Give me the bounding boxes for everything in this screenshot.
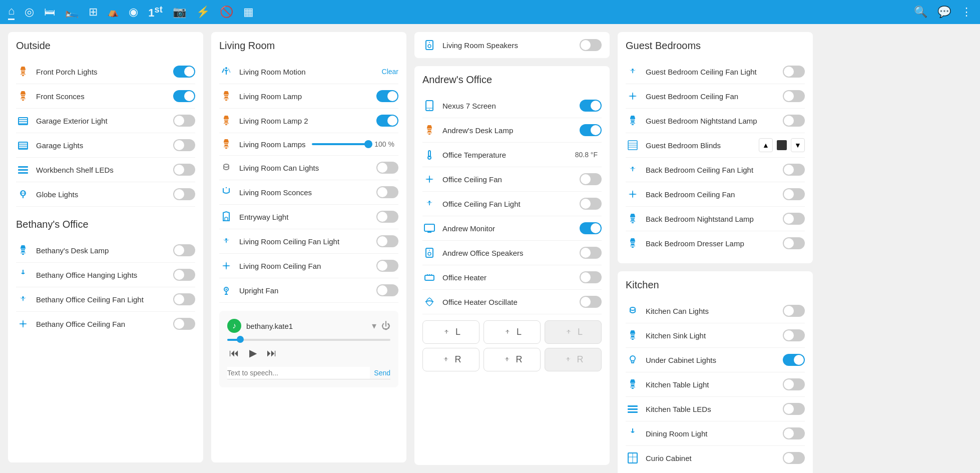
barcode-icon[interactable]: ▦ xyxy=(243,6,254,19)
spotify-chevron[interactable]: ▾ xyxy=(372,320,376,331)
toggle-lr-fan-light[interactable] xyxy=(376,235,398,247)
toggle-office-heater[interactable] xyxy=(580,271,602,283)
toggle-back-fan-light[interactable] xyxy=(783,164,805,176)
number-icon[interactable]: 1st xyxy=(148,4,163,20)
blinds-control: ▲ ▼ xyxy=(759,138,805,152)
svg-point-52 xyxy=(632,69,634,71)
toggle-heater-oscillate[interactable] xyxy=(580,296,602,308)
list-item: Living Room Motion Clear xyxy=(219,60,398,84)
list-item: Living Room Ceiling Fan xyxy=(219,254,398,278)
device-name: Globe Lights xyxy=(36,190,167,199)
toggle-bethany-ceiling-light[interactable] xyxy=(173,293,195,305)
more-icon[interactable]: ⋮ xyxy=(961,6,972,19)
toggle-lr-can[interactable] xyxy=(376,162,398,174)
fan-icon xyxy=(626,187,640,201)
prev-track-button[interactable]: ⏮ xyxy=(229,347,239,359)
svg-point-49 xyxy=(445,357,446,359)
device-name: Andrew Monitor xyxy=(442,224,574,233)
brightness-bar[interactable] xyxy=(312,143,369,145)
toggle-office-fan-light[interactable] xyxy=(580,198,602,210)
toggle-bethany-hanging[interactable] xyxy=(173,269,195,281)
camera-icon[interactable]: 📷 xyxy=(173,6,186,19)
toggle-office-speakers[interactable] xyxy=(580,247,602,259)
toggle-dining-room[interactable] xyxy=(783,427,805,439)
toggle-front-porch[interactable] xyxy=(173,66,195,78)
grid-icon[interactable]: ⊞ xyxy=(89,6,98,19)
shield-icon[interactable]: 🚫 xyxy=(220,6,233,19)
toggle-kitchen-leds[interactable] xyxy=(783,403,805,415)
toggle-entryway[interactable] xyxy=(376,211,398,223)
device-name: Curio Cabinet xyxy=(646,454,777,462)
bed-icon[interactable]: 🛏 xyxy=(44,6,55,19)
spotify-power[interactable]: ⏻ xyxy=(381,321,390,331)
list-item: Living Room Lamp 2 xyxy=(219,109,398,133)
toggle-lr-sconces[interactable] xyxy=(376,186,398,198)
toggle-andrew-lamp[interactable] xyxy=(580,124,602,136)
speaker-cell: R xyxy=(483,348,541,371)
toggle-back-nightstand[interactable] xyxy=(783,213,805,225)
location-icon[interactable]: ◎ xyxy=(25,6,34,19)
device-name: Under Cabinet Lights xyxy=(646,356,777,364)
toggle-bethany-desk[interactable] xyxy=(173,244,195,256)
device-name: Kitchen Table Light xyxy=(646,380,777,389)
tts-input[interactable] xyxy=(227,367,370,379)
toggle-globe-lights[interactable] xyxy=(173,188,195,200)
toggle-lr-speakers[interactable] xyxy=(580,39,602,51)
home-icon[interactable]: ⌂ xyxy=(8,5,15,20)
list-item: Living Room Can Lights xyxy=(219,156,398,180)
toggle-nexus[interactable] xyxy=(580,100,602,112)
svg-point-48 xyxy=(568,330,569,331)
toggle-guest-fan[interactable] xyxy=(783,90,805,102)
toggle-back-dresser[interactable] xyxy=(783,237,805,249)
list-item: Guest Bedroom Nightstand Lamp xyxy=(626,109,805,133)
circle-icon[interactable]: ◉ xyxy=(129,6,138,19)
sconce-icon xyxy=(219,185,233,199)
toggle-lr-fan[interactable] xyxy=(376,260,398,272)
shelf-icon xyxy=(16,163,30,177)
toggle-kitchen-table[interactable] xyxy=(783,378,805,390)
toggle-garage-exterior[interactable] xyxy=(173,115,195,127)
toggle-upright-fan[interactable] xyxy=(376,284,398,296)
toggle-curio-cabinet[interactable] xyxy=(783,452,805,464)
list-item: Office Heater xyxy=(422,265,602,290)
toggle-sink-light[interactable] xyxy=(783,329,805,341)
toggle-bethany-ceiling-fan[interactable] xyxy=(173,318,195,330)
blinds-down-button[interactable]: ▼ xyxy=(791,138,805,152)
toggle-workbench-leds[interactable] xyxy=(173,164,195,176)
toggle-guest-fan-light[interactable] xyxy=(783,66,805,78)
device-name: Bethany Office Ceiling Fan Light xyxy=(36,295,167,304)
lamp-icon xyxy=(626,236,640,250)
lamp-icon xyxy=(422,123,436,137)
speakers-panel: Living Room Speakers xyxy=(414,32,610,58)
svg-rect-64 xyxy=(628,408,638,410)
device-name: Front Porch Lights xyxy=(36,68,167,76)
device-name: Back Bedroom Ceiling Fan Light xyxy=(646,166,777,174)
search-icon[interactable]: 🔍 xyxy=(914,6,927,19)
send-button[interactable]: Send xyxy=(374,369,390,377)
spotify-progress[interactable] xyxy=(227,339,390,341)
double-bed-icon[interactable]: 🛌 xyxy=(65,6,79,19)
play-button[interactable]: ▶ xyxy=(249,347,257,359)
brightness-slider-container[interactable] xyxy=(312,143,369,145)
toggle-lr-lamp[interactable] xyxy=(376,90,398,102)
globe-light-icon xyxy=(16,187,30,201)
clear-button[interactable]: Clear xyxy=(382,68,398,76)
toggle-lr-lamp2[interactable] xyxy=(376,115,398,127)
toggle-guest-nightstand[interactable] xyxy=(783,115,805,127)
toggle-back-fan[interactable] xyxy=(783,188,805,200)
svg-point-16 xyxy=(22,296,24,298)
brightness-thumb[interactable] xyxy=(364,140,372,148)
chat-icon[interactable]: 💬 xyxy=(937,6,951,19)
toggle-garage-lights[interactable] xyxy=(173,139,195,151)
blinds-up-button[interactable]: ▲ xyxy=(759,138,773,152)
toggle-under-cabinet[interactable] xyxy=(783,354,805,366)
svg-rect-39 xyxy=(424,224,434,231)
toggle-kitchen-can[interactable] xyxy=(783,305,805,317)
next-track-button[interactable]: ⏭ xyxy=(267,347,277,359)
toggle-office-fan[interactable] xyxy=(580,173,602,185)
toggle-front-sconces[interactable] xyxy=(173,90,195,102)
device-name: Garage Exterior Light xyxy=(36,117,167,125)
outdoor-icon[interactable]: ⛺ xyxy=(108,7,119,18)
toggle-andrew-monitor[interactable] xyxy=(580,222,602,234)
lightning-icon[interactable]: ⚡ xyxy=(196,6,210,19)
